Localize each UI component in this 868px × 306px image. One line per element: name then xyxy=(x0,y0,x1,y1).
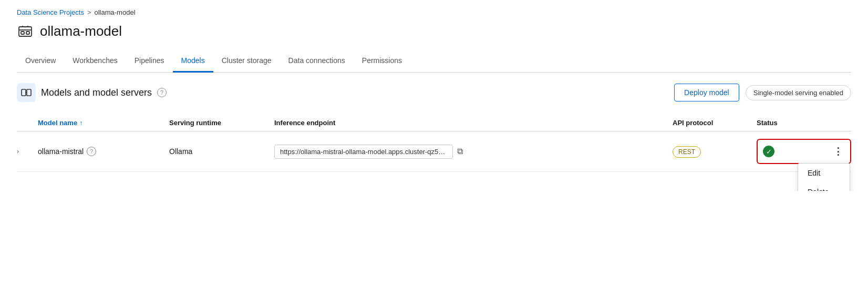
models-section-icon xyxy=(17,83,36,102)
page-title: ollama-model xyxy=(40,23,122,39)
tab-workbenches[interactable]: Workbenches xyxy=(64,50,126,73)
status-actions-wrapper: ✓ ⋮ Edit Delete xyxy=(757,139,851,164)
content-area: Models and model servers ? Deploy model … xyxy=(17,73,851,182)
breadcrumb-parent-link[interactable]: Data Science Projects xyxy=(17,8,84,16)
model-name-label: ollama-mistral xyxy=(38,147,84,156)
row-expand-button[interactable]: › xyxy=(17,148,38,155)
svg-rect-3 xyxy=(22,89,26,96)
inference-endpoint-cell: ⧉ xyxy=(274,145,673,159)
section-header: Models and model servers ? Deploy model … xyxy=(17,83,851,102)
tab-permissions[interactable]: Permissions xyxy=(354,50,410,73)
model-name-cell: ollama-mistral ? xyxy=(38,147,169,156)
tab-data-connections[interactable]: Data connections xyxy=(280,50,354,73)
sort-arrow-icon: ↑ xyxy=(79,119,82,127)
tab-models[interactable]: Models xyxy=(173,50,213,73)
breadcrumb-separator: > xyxy=(87,8,91,16)
section-title-group: Models and model servers ? xyxy=(17,83,167,102)
serving-runtime-cell: Ollama xyxy=(169,147,274,156)
breadcrumb-current: ollama-model xyxy=(95,8,136,16)
dropdown-edit[interactable]: Edit xyxy=(798,164,850,182)
model-help-icon[interactable]: ? xyxy=(87,147,96,156)
section-title: Models and model servers xyxy=(41,87,152,98)
tab-overview[interactable]: Overview xyxy=(17,50,64,73)
table-row: › ollama-mistral ? Ollama ⧉ REST xyxy=(17,131,851,172)
header-actions: Deploy model Single-model serving enable… xyxy=(674,84,851,101)
col-api-protocol: API protocol xyxy=(673,119,757,127)
svg-rect-2 xyxy=(26,32,29,34)
tab-cluster-storage[interactable]: Cluster storage xyxy=(213,50,280,73)
svg-rect-1 xyxy=(21,32,24,34)
rest-badge: REST xyxy=(673,146,701,158)
api-protocol-cell: REST xyxy=(673,147,757,156)
col-status: Status xyxy=(757,119,820,127)
kebab-menu-button[interactable]: ⋮ xyxy=(830,144,845,159)
col-inference-endpoint: Inference endpoint xyxy=(274,119,673,127)
kebab-menu-container: ⋮ Edit Delete xyxy=(830,144,845,159)
status-check-icon: ✓ xyxy=(763,146,774,157)
project-icon xyxy=(17,23,34,39)
help-icon[interactable]: ? xyxy=(157,88,167,97)
col-model-name[interactable]: Model name ↑ xyxy=(38,119,169,127)
models-table: Model name ↑ Serving runtime Inference e… xyxy=(17,115,851,172)
page-container: Data Science Projects > ollama-model oll… xyxy=(0,0,868,191)
inference-endpoint-input[interactable] xyxy=(274,145,453,159)
dropdown-menu: Edit Delete xyxy=(798,163,850,191)
breadcrumb: Data Science Projects > ollama-model xyxy=(17,8,851,16)
deploy-model-button[interactable]: Deploy model xyxy=(674,84,739,101)
copy-endpoint-icon[interactable]: ⧉ xyxy=(457,147,463,156)
table-header-row: Model name ↑ Serving runtime Inference e… xyxy=(17,115,851,131)
page-title-row: ollama-model xyxy=(17,23,851,39)
dropdown-delete[interactable]: Delete xyxy=(798,182,850,191)
col-serving-runtime: Serving runtime xyxy=(169,119,274,127)
tabs-bar: Overview Workbenches Pipelines Models Cl… xyxy=(17,50,851,73)
tab-pipelines[interactable]: Pipelines xyxy=(126,50,173,73)
svg-rect-4 xyxy=(27,89,31,96)
serving-badge: Single-model serving enabled xyxy=(746,85,851,100)
